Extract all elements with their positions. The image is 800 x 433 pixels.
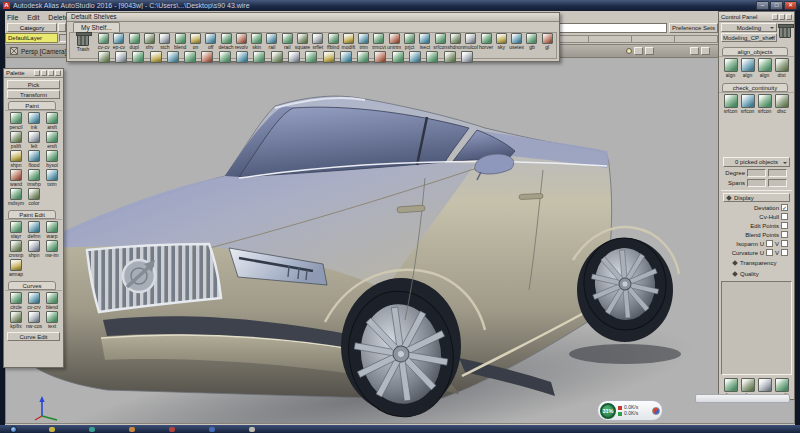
car-model[interactable] [7,58,793,423]
input-degree-1[interactable] [747,169,766,177]
shelf-tool[interactable] [131,51,146,63]
shelf-tool[interactable] [217,51,232,63]
palette-tool-slayr[interactable]: slayr [7,221,25,240]
palette-dock-icon[interactable] [41,70,47,76]
shelf-tool[interactable] [442,51,457,63]
shelf-tool-revolv[interactable]: revolv [234,33,249,50]
control-panel-titlebar[interactable]: Control Panel [719,12,794,22]
cp-tab-align_objects[interactable]: align_objects [722,47,788,56]
palette-tool-armap[interactable]: armap [7,259,25,278]
viewport-grid-button[interactable] [645,47,654,55]
palette-tool-nw-cos[interactable]: nw-cos [25,311,43,330]
taskbar-app-icon[interactable] [249,427,255,432]
shelf-tool-shdnon[interactable]: shdnon [448,33,463,50]
cp-dock-icon[interactable] [772,14,778,20]
palette-tool-kplfix[interactable]: kplfix [7,311,25,330]
palette-tool-imshp[interactable]: imshp [25,169,43,188]
shelf-tool[interactable] [165,51,180,63]
floating-toolbar[interactable] [695,394,790,403]
minimize-button[interactable]: – [756,1,769,10]
display-subsection-quality[interactable]: Quality [733,270,794,278]
palette-tool-warp[interactable]: warp [43,221,61,240]
category-dropdown[interactable]: Category [7,23,57,32]
shelf-tool-trmcvt[interactable]: trmcvt [371,33,386,50]
shelf-tool-sky[interactable]: sky [494,33,509,50]
shelf-tool-prjct[interactable]: prjct [402,33,417,50]
trash-icon[interactable] [77,34,89,46]
viewport-canvas[interactable] [7,58,793,423]
palette-tool-bysol[interactable]: bysol [43,150,61,169]
category-options-button[interactable] [58,23,66,32]
cp-collapse-icon[interactable] [779,14,785,20]
shelf-tool-square[interactable]: square [295,33,310,50]
palette-section-curves[interactable]: Curves [8,281,56,290]
cp-tool-dtst[interactable]: dtst [773,58,790,80]
shelf-tool-gb[interactable]: gb [524,33,539,50]
shelf-tool-gl[interactable]: gl [540,33,555,50]
cp-mode-dropdown[interactable]: Modeling [721,23,777,32]
shelf-tool-blend[interactable]: blend [172,33,187,50]
menu-edit[interactable]: Edit [27,14,39,21]
shelf-tool[interactable] [286,51,301,63]
window-titlebar[interactable]: A Autodesk Alias AutoStudio 2016 - [9043… [0,0,800,11]
checkbox-curvature-u[interactable] [766,249,773,256]
input-degree-2[interactable] [768,169,787,177]
shelf-tool-srfcon[interactable]: srfcon [433,33,448,50]
shelves-titlebar[interactable]: Default Shelves [67,13,559,22]
cp-shelf-dropdown[interactable]: Modeling_CP_shelf [721,33,777,42]
perspective-viewport[interactable]: Persp [Camera] [5,44,795,424]
shelf-tool[interactable] [321,51,336,63]
tab-my-shelf[interactable]: My Shelf... [73,22,120,32]
palette-tool-wand[interactable]: wand [7,169,25,188]
palette-tool-shpn[interactable]: shpn [7,150,25,169]
shelf-tool[interactable] [182,51,197,63]
palette-tool-txtm[interactable]: txtm [43,169,61,188]
close-button[interactable]: ✕ [784,1,797,10]
cp-tool-disc[interactable]: disc [773,94,790,116]
picked-objects-dropdown[interactable]: 0 picked objects [723,157,790,167]
shelf-tool[interactable] [373,51,388,63]
cp-close-icon[interactable] [786,14,792,20]
layout-segment[interactable] [675,35,718,43]
palette-section-curve-edit[interactable]: Curve Edit [7,332,60,341]
shelf-tool[interactable] [355,51,370,63]
taskbar-app-icon[interactable] [49,427,55,432]
shelf-tool[interactable] [425,51,440,63]
shelf-tool-rail[interactable]: rail [280,33,295,50]
palette-tool-cv-crv[interactable]: cv-crv [25,292,43,311]
palette-menu-icon[interactable] [34,70,40,76]
palette-tool-blend[interactable]: blend [43,292,61,311]
viewport-close-icon[interactable] [10,47,18,55]
checkbox-deviation[interactable]: ✓ [781,204,788,211]
prompt-field[interactable] [545,23,667,33]
shelf-tool[interactable] [148,51,163,63]
palette-section-transform[interactable]: Transform [7,90,60,99]
shelf-tool[interactable] [234,51,249,63]
viewport-minimize-icon[interactable] [690,47,699,55]
shelf-tool-ffblnd[interactable]: ffblnd [325,33,340,50]
viewport-shade-button[interactable] [634,47,643,55]
cp-tool-algn[interactable]: algn [722,58,739,80]
shelf-tool-skin[interactable]: skin [249,33,264,50]
palette-tool-circle[interactable]: circle [7,292,25,311]
shelf-tool-untrim[interactable]: untrim [387,33,402,50]
shelf-tool-xfrv[interactable]: xfrv [142,33,157,50]
checkbox-cv-hull[interactable] [781,213,788,220]
active-layer[interactable]: DefaultLayer [5,33,58,43]
shelf-tool-srflet[interactable]: srflet [310,33,325,50]
shelf-tool-off[interactable]: off [203,33,218,50]
taskbar-app-icon[interactable] [129,427,135,432]
shelf-tool[interactable] [269,51,284,63]
palette-section-paint-edit[interactable]: Paint Edit [8,210,56,219]
cp-tool-srfcon[interactable]: srfcon [739,94,756,116]
shelf-tool[interactable] [304,51,319,63]
shelf-tool-modift[interactable]: modift [341,33,356,50]
menu-file[interactable]: File [7,14,18,21]
palette-section-pick[interactable]: Pick [7,80,60,89]
shelf-tool-dupl[interactable]: dupl [127,33,142,50]
taskbar-app-icon[interactable] [209,427,215,432]
start-button-icon[interactable] [10,426,17,433]
palette-tool-crvsnp[interactable]: crvsnp [7,240,25,259]
input-spans-1[interactable] [747,179,766,187]
checkbox-curvature-u-v[interactable] [781,249,788,256]
